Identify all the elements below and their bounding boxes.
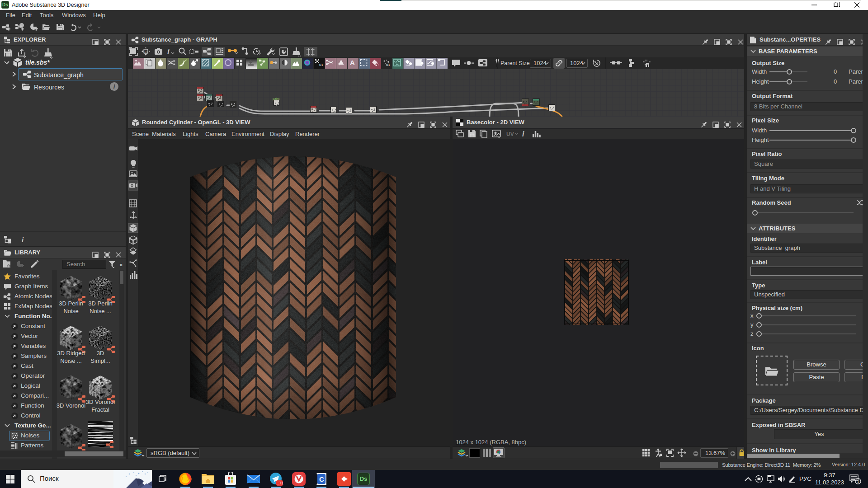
svg-text:A: A xyxy=(350,59,355,66)
svg-text:i: i xyxy=(167,47,170,56)
svg-text:..71: ..71 xyxy=(277,481,283,485)
svg-text:i: i xyxy=(522,130,524,138)
svg-text:UV: UV xyxy=(506,131,514,137)
svg-text:01: 01 xyxy=(319,63,323,67)
svg-text:01: 01 xyxy=(386,63,390,67)
svg-text:i: i xyxy=(22,236,24,244)
svg-text:1: 1 xyxy=(857,479,859,484)
svg-text:C: C xyxy=(319,475,324,483)
svg-text:»: » xyxy=(119,261,123,268)
svg-text:1:1: 1:1 xyxy=(144,50,149,53)
